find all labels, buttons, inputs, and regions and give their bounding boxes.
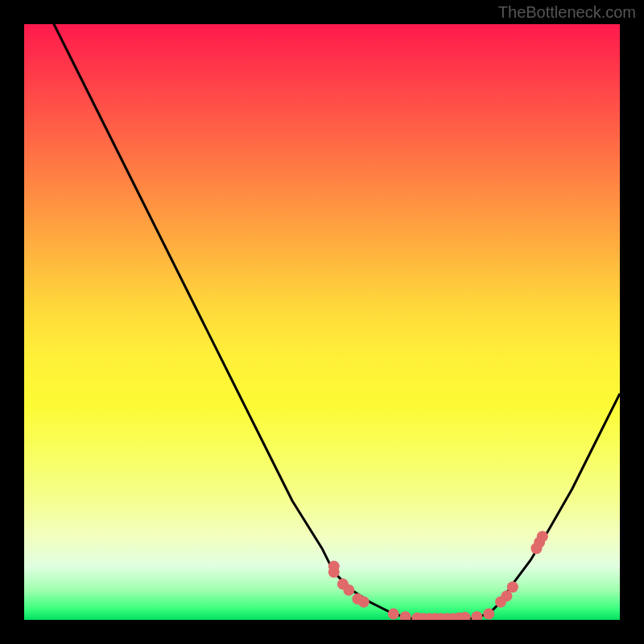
curve-line — [24, 24, 620, 620]
data-point — [388, 609, 399, 620]
bottleneck-curve — [24, 24, 620, 620]
chart-svg — [24, 24, 620, 620]
data-point — [343, 584, 354, 596]
watermark-text: TheBottleneck.com — [498, 3, 636, 22]
data-point — [483, 609, 494, 620]
plot-area — [24, 24, 620, 620]
data-point — [358, 597, 369, 608]
data-point — [471, 611, 482, 620]
data-point — [328, 567, 340, 578]
data-points — [328, 530, 548, 620]
data-point — [400, 611, 411, 620]
data-point — [507, 581, 518, 592]
data-point — [537, 530, 548, 542]
